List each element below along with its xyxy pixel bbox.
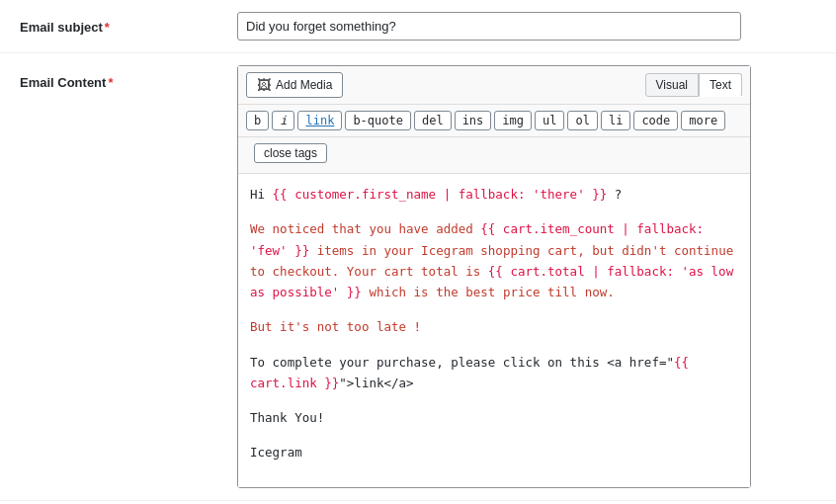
fmt-btn-ol[interactable]: ol xyxy=(567,111,597,130)
email-content-field: 🖼 Add Media Visual Text b i link b-quote… xyxy=(237,65,816,488)
fmt-btn-code[interactable]: code xyxy=(633,111,678,130)
editor-toolbar-top: 🖼 Add Media Visual Text xyxy=(238,66,750,105)
add-media-button[interactable]: 🖼 Add Media xyxy=(246,72,343,98)
content-required-marker: * xyxy=(108,75,113,90)
fmt-btn-img[interactable]: img xyxy=(494,111,532,130)
view-tabs: Visual Text xyxy=(645,73,742,97)
add-media-icon: 🖼 xyxy=(257,77,271,93)
fmt-btn-b-quote[interactable]: b-quote xyxy=(345,111,411,130)
editor-line-1: Hi {{ customer.first_name | fallback: 't… xyxy=(250,184,738,205)
editor-line-2: We noticed that you have added {{ cart.i… xyxy=(250,218,738,302)
editor-content[interactable]: Hi {{ customer.first_name | fallback: 't… xyxy=(238,174,750,487)
close-tags-wrap: close tags xyxy=(238,137,750,174)
email-subject-field xyxy=(237,12,816,41)
email-content-row: Email Content* 🖼 Add Media Visual Text xyxy=(0,53,836,501)
subject-label-text: Email subject xyxy=(20,20,103,35)
fmt-btn-ins[interactable]: ins xyxy=(455,111,492,130)
fmt-btn-ul[interactable]: ul xyxy=(535,111,564,130)
editor-line-3: But it's not too late ! xyxy=(250,316,738,337)
fmt-btn-del[interactable]: del xyxy=(414,111,452,130)
add-media-label: Add Media xyxy=(276,78,332,92)
fmt-btn-li[interactable]: li xyxy=(601,111,630,130)
fmt-btn-i[interactable]: i xyxy=(272,111,294,130)
tab-visual[interactable]: Visual xyxy=(645,73,699,97)
format-buttons-row: b i link b-quote del ins img ul ol li co… xyxy=(238,105,750,137)
fmt-btn-b[interactable]: b xyxy=(246,111,269,130)
editor-line-4: To complete your purchase, please click … xyxy=(250,352,738,394)
required-marker: * xyxy=(105,20,110,35)
page-wrapper: Email subject* Email Content* 🖼 Add Medi… xyxy=(0,0,836,504)
editor-wrap: 🖼 Add Media Visual Text b i link b-quote… xyxy=(237,65,751,488)
email-subject-input[interactable] xyxy=(237,12,741,41)
tab-text[interactable]: Text xyxy=(699,73,742,97)
editor-line-6: Icegram xyxy=(250,442,738,462)
close-tags-button[interactable]: close tags xyxy=(254,143,327,163)
fmt-btn-more[interactable]: more xyxy=(681,111,725,130)
fmt-btn-link[interactable]: link xyxy=(297,111,342,130)
email-content-label: Email Content* xyxy=(20,65,237,90)
content-label-text: Email Content xyxy=(20,75,106,90)
email-subject-label: Email subject* xyxy=(20,12,237,35)
email-subject-row: Email subject* xyxy=(0,0,836,53)
editor-line-5: Thank You! xyxy=(250,407,738,428)
